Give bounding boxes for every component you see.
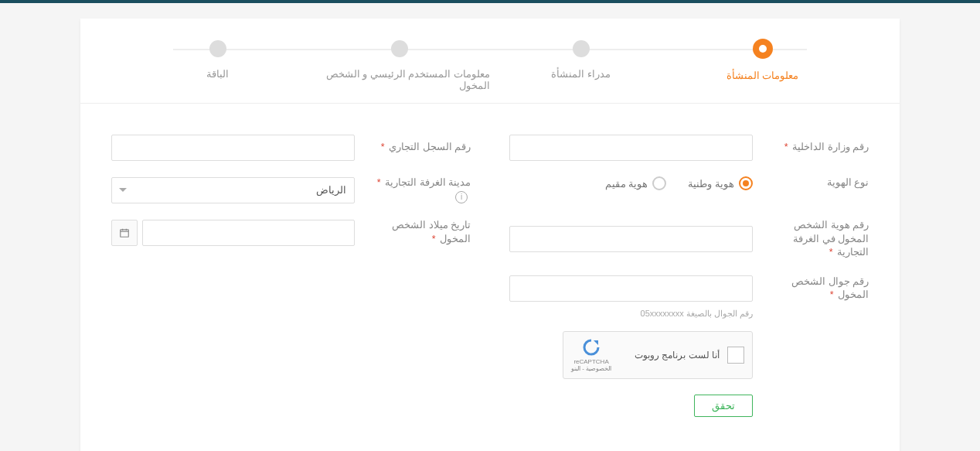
step-dot-icon: [753, 39, 773, 59]
form-row: رقم هوية الشخص المخول في الغرفة التجارية…: [111, 219, 869, 260]
ministry-number-input[interactable]: [509, 135, 753, 161]
recaptcha-icon: [582, 338, 601, 357]
step-label: الباقة: [206, 68, 229, 80]
step-label: مدراء المنشأة: [551, 68, 611, 80]
calendar-icon: [119, 227, 130, 238]
form-row: رقم جوال الشخص المخول *: [111, 275, 869, 302]
info-icon[interactable]: i: [455, 191, 468, 203]
svg-rect-0: [121, 229, 129, 236]
recaptcha-widget[interactable]: أنا لست برنامج روبوت reCAPTCHA الخصوصية …: [563, 331, 753, 379]
label-ministry-number: رقم وزارة الداخلية *: [753, 141, 869, 155]
label-authorized-mobile: رقم جوال الشخص المخول *: [753, 275, 869, 302]
recaptcha-text: أنا لست برنامج روبوت: [611, 350, 720, 360]
label-authorized-id: رقم هوية الشخص المخول في الغرفة التجارية…: [753, 219, 869, 260]
radio-label: هوية وطنية: [688, 178, 734, 190]
radio-dot-icon: [652, 176, 666, 190]
top-bar: [0, 0, 980, 3]
form-row: أنا لست برنامج روبوت reCAPTCHA الخصوصية …: [111, 331, 869, 379]
form-card: الباقة معلومات المستخدم الرئيسي و الشخص …: [80, 19, 900, 451]
authorized-id-input[interactable]: [509, 226, 753, 252]
calendar-button[interactable]: [111, 220, 138, 246]
authorized-mobile-input[interactable]: [509, 275, 753, 302]
chamber-city-select[interactable]: الرياض: [111, 177, 355, 203]
form-row: رقم الجوال بالصيغة 05xxxxxxxx: [111, 306, 869, 319]
step-label: معلومات المستخدم الرئيسي و الشخص المخول: [308, 68, 490, 91]
form-row: نوع الهوية هوية وطنية هوية مقيم مدينة ال…: [111, 176, 869, 203]
recaptcha-checkbox[interactable]: [727, 347, 744, 364]
recaptcha-brand: reCAPTCHA الخصوصية - البنو: [571, 338, 611, 372]
authorized-dob-input[interactable]: [142, 220, 355, 246]
label-cr-number: رقم السجل التجاري *: [355, 141, 471, 155]
radio-label: هوية مقيم: [605, 178, 648, 190]
form-body: رقم وزارة الداخلية * رقم السجل التجاري *…: [80, 104, 900, 451]
id-type-radio-group: هوية وطنية هوية مقيم: [509, 176, 753, 190]
form-row: رقم وزارة الداخلية * رقم السجل التجاري *: [111, 135, 869, 161]
label-id-type: نوع الهوية: [753, 176, 869, 190]
verify-button[interactable]: تحقق: [694, 395, 753, 417]
radio-resident-id[interactable]: هوية مقيم: [605, 176, 667, 190]
stepper-line: [173, 49, 807, 50]
step-dot-icon: [209, 40, 226, 57]
cr-number-input[interactable]: [111, 135, 355, 161]
mobile-format-hint: رقم الجوال بالصيغة 05xxxxxxxx: [509, 306, 753, 319]
step-dot-icon: [573, 40, 590, 57]
label-chamber-city: مدينة الغرفة التجارية * i: [355, 176, 471, 203]
step-label: معلومات المنشأة: [726, 70, 799, 81]
radio-dot-icon: [739, 176, 753, 190]
stepper: الباقة معلومات المستخدم الرئيسي و الشخص …: [80, 19, 900, 104]
form-row: تحقق: [111, 395, 869, 417]
label-authorized-dob: تاريخ ميلاد الشخص المخول *: [355, 219, 471, 246]
step-dot-icon: [391, 40, 408, 57]
radio-national-id[interactable]: هوية وطنية: [688, 176, 753, 190]
